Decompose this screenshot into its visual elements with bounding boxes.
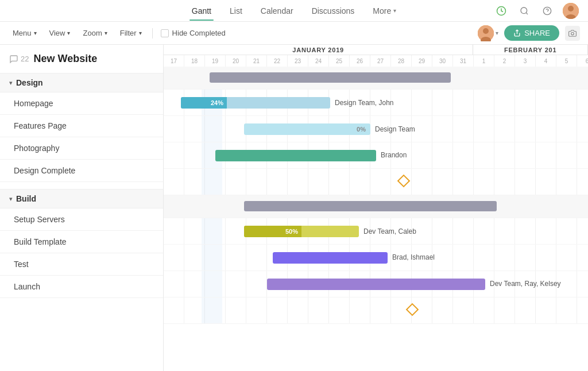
toolbar-divider [152,28,153,38]
gantt-bar-label-photography: Brandon [381,151,407,159]
top-navigation: Gantt List Calendar Discussions More ▾ [0,0,588,22]
svg-point-1 [521,7,527,14]
gantt-day-2: 2 [494,55,515,67]
gantt-bar-build-template: Brad, Ishmael [273,252,388,264]
gantt-bar-label-test: Dev Team, Ray, Kelsey [490,280,561,288]
gantt-bar-design-group [210,72,451,83]
gantt-bar-homepage: 24% Design Team, John [181,97,330,109]
gantt-row-setup-servers: 50% Dev Team, Caleb [164,218,588,245]
clock-icon[interactable] [494,3,509,18]
zoom-button[interactable]: Zoom ▾ [78,26,111,40]
gantt-bar-label-homepage: Design Team, John [335,99,394,107]
gantt-day-4: 4 [536,55,556,67]
task-design-complete[interactable]: Design Complete [0,160,163,182]
gantt-day-30: 30 [432,55,453,67]
filter-button[interactable]: Filter ▾ [115,26,146,40]
comment-badge[interactable]: 22 [9,55,29,64]
view-button[interactable]: View ▾ [45,26,75,40]
task-photography[interactable]: Photography [0,137,163,160]
gantt-bar-setup-servers: 50% Dev Team, Caleb [244,226,359,237]
top-nav-icons [494,3,579,19]
february-label: FEBRUARY 201 [473,45,588,55]
left-panel: 22 New Website ▾ Design Homepage Feature… [0,45,164,371]
main-content: 22 New Website ▾ Design Homepage Feature… [0,45,588,371]
milestone-design-complete [397,175,411,188]
search-icon[interactable] [517,3,532,18]
task-launch[interactable]: Launch [0,276,163,298]
task-features[interactable]: Features Page [0,115,163,137]
task-setup-servers[interactable]: Setup Servers [0,208,163,231]
gantt-day-22: 22 [267,55,288,67]
gantt-bar-label-build-template: Brad, Ishmael [392,253,435,261]
svg-point-12 [571,32,574,35]
group-build[interactable]: ▾ Build [0,189,163,208]
user-avatar[interactable] [563,3,579,19]
group-build-label: Build [16,194,36,203]
gantt-row-launch [164,297,588,324]
gantt-row-build-group [164,195,588,218]
toolbar-right: ▾ SHARE [478,25,580,41]
camera-icon[interactable] [565,26,580,41]
tab-discussions[interactable]: Discussions [310,2,357,20]
gantt-bar-label-features: Design Team [375,125,415,133]
gantt-bar-test: Dev Team, Ray, Kelsey [267,279,485,290]
gantt-bar-photography: Brandon [215,150,376,161]
tab-gantt[interactable]: Gantt [189,2,214,20]
gantt-bar-pct-homepage: 24% [211,99,223,106]
hide-completed-toggle[interactable]: Hide Completed [161,29,226,37]
gantt-bar-build-group [244,201,497,211]
toolbar: Menu ▾ View ▾ Zoom ▾ Filter ▾ Hide Compl… [0,22,588,45]
task-homepage[interactable]: Homepage [0,92,163,115]
project-title: New Website [33,53,97,65]
avatar-group[interactable]: ▾ [478,25,498,41]
gantt-bar-pct-features: 0% [357,126,366,133]
gantt-day-21: 21 [246,55,267,67]
gantt-body: 24% Design Team, John 0% Design Team Bra… [164,67,588,324]
chevron-down-icon: ▾ [105,30,107,36]
january-label: JANUARY 2019 [164,45,473,55]
gantt-day-6: 6 [577,55,588,67]
gantt-chart: JANUARY 2019 FEBRUARY 201 17181920212223… [164,45,588,371]
svg-point-6 [568,6,574,11]
group-design-label: Design [16,78,43,87]
gantt-day-19: 19 [205,55,226,67]
gantt-day-25: 25 [329,55,350,67]
tab-list[interactable]: List [227,2,245,20]
chevron-down-icon: ▾ [139,30,142,36]
hide-completed-checkbox[interactable] [161,29,169,37]
chevron-down-icon: ▾ [496,30,498,36]
gantt-day-26: 26 [350,55,370,67]
group-design[interactable]: ▾ Design [0,73,163,92]
svg-point-9 [483,28,489,34]
milestone-launch [406,303,419,316]
gantt-day-17: 17 [164,55,184,67]
gantt-day-29: 29 [412,55,432,67]
gantt-row-test: Dev Team, Ray, Kelsey [164,271,588,297]
help-icon[interactable] [540,3,555,18]
gantt-header: JANUARY 2019 FEBRUARY 201 17181920212223… [164,45,588,67]
gantt-day-1: 1 [474,55,494,67]
gantt-day-3: 3 [515,55,536,67]
share-button[interactable]: SHARE [504,25,559,41]
svg-line-2 [526,13,528,14]
chevron-down-icon: ▾ [34,30,37,36]
gantt-bar-pct-setup-servers: 50% [285,228,298,235]
gantt-day-27: 27 [370,55,391,67]
gantt-days: 1718192021222324252627282930311234567 [164,55,588,67]
gantt-row-design-complete [164,169,588,195]
gantt-row-photography: Brandon [164,142,588,169]
gantt-bar-features: 0% Design Team [244,123,370,135]
project-header: 22 New Website [0,45,163,73]
task-build-template[interactable]: Build Template [0,231,163,253]
task-test[interactable]: Test [0,253,163,276]
chevron-down-icon: ▾ [393,7,396,14]
gantt-day-31: 31 [453,55,474,67]
menu-button[interactable]: Menu ▾ [8,26,41,40]
user-avatar-toolbar[interactable] [478,25,494,41]
tab-calendar[interactable]: Calendar [258,2,296,20]
gantt-row-features: 0% Design Team [164,116,588,142]
gantt-day-5: 5 [556,55,577,67]
chevron-down-icon: ▾ [9,79,13,87]
gantt-bar-label-setup-servers: Dev Team, Caleb [363,227,416,235]
tab-more[interactable]: More ▾ [370,2,399,20]
